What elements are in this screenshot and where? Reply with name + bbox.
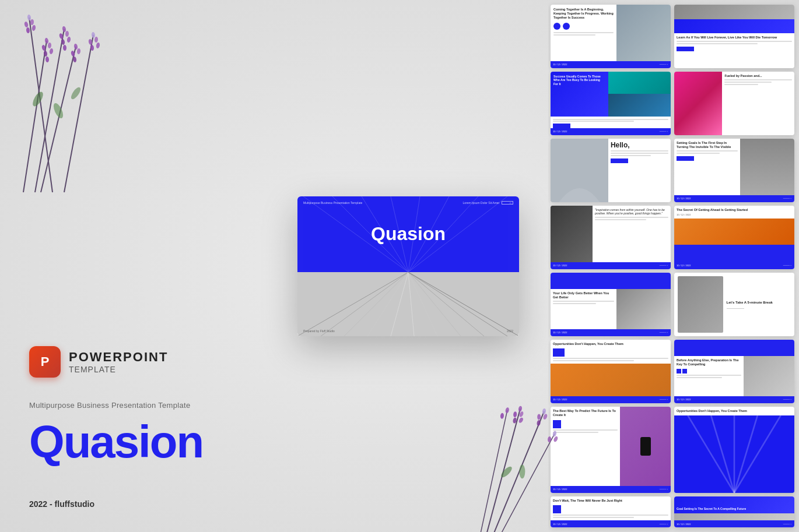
thumb-2-image	[674, 5, 794, 33]
right-panel: Coming Together Is A Beginning. Keeping …	[548, 0, 799, 532]
thumb-1-title: Coming Together Is A Beginning. Keeping …	[553, 8, 614, 20]
powerpoint-badge: P POWERPOINT TEMPLATE	[29, 346, 239, 378]
thumb-7-footer: 10 / 12 / 2022 ────→	[551, 262, 671, 269]
thumb-15-footer: 10 / 12 / 2022 ────→	[551, 520, 671, 527]
slide-thumb-11: Opportunities Don't Happen, You Create T…	[551, 340, 671, 403]
main-slide-bottom: Prepared by Fluff Studio 2022	[297, 272, 519, 336]
thumb-12-footer: 10 / 12 / 2022 ────→	[674, 396, 794, 403]
thumb-16-blue: Goal Setting Is The Secret To A Compelli…	[674, 496, 794, 513]
slide-thumb-2: Learn As If You Will Live Forever, Live …	[674, 5, 794, 68]
thumb-8-footer: 10 / 12 / 2022 ────→	[674, 262, 794, 269]
slide-thumb-12: Before Anything Else, Preparation Is The…	[674, 340, 794, 403]
slide-header-text: Multipurpose Business Presentation Templ…	[303, 201, 362, 205]
slide-thumb-8: The Secret Of Getting Ahead Is Getting S…	[674, 206, 794, 269]
powerpoint-icon: P	[29, 346, 61, 378]
thumb-7-person	[551, 206, 593, 262]
page-wrapper: P POWERPOINT TEMPLATE Multipurpose Busin…	[0, 0, 799, 532]
product-description: Multipurpose Business Presentation Templ…	[29, 401, 239, 410]
slide-arrow: →	[502, 201, 513, 205]
thumb-14-image	[674, 415, 794, 493]
main-slide: Multipurpose Business Presentation Templ…	[297, 196, 519, 336]
slide-thumb-10: Let's Take A 5-minute Break	[674, 273, 794, 336]
main-slide-blue-area: Multipurpose Business Presentation Templ…	[297, 196, 519, 272]
slide-thumb-16: Goal Setting Is The Secret To A Compelli…	[674, 496, 794, 527]
thumb-11-image	[551, 364, 671, 396]
thumb-10-title: Let's Take A 5-minute Break	[727, 300, 791, 305]
slide-thumb-4: Fueled by Passion and...	[674, 72, 794, 135]
thumb-10-image	[678, 276, 723, 333]
svg-rect-42	[297, 272, 519, 336]
slide-footer: Prepared by Fluff Studio 2022	[303, 329, 513, 333]
thumb-13-image	[620, 407, 671, 486]
thumb-5-title: Hello,	[611, 141, 668, 149]
slide-thumb-14: Opportunities Don't Happen, You Create T…	[674, 407, 794, 493]
thumb-6-footer: 10 / 12 / 2022 ────→	[674, 195, 794, 202]
thumb-1-image	[616, 5, 671, 61]
thumb-5-image	[551, 139, 608, 202]
slide-thumb-5: Hello, 10 / 12 / 2022 ────→	[551, 139, 671, 202]
thumb-6-image	[740, 139, 794, 195]
thumb-1-footer: 10 / 12 / 2022 ────→	[551, 61, 671, 68]
slide-thumb-13: The Best Way To Predict The Future Is To…	[551, 407, 671, 493]
slide-thumb-3: Success Usually Comes To Those Who Are T…	[551, 72, 671, 135]
left-panel: P POWERPOINT TEMPLATE Multipurpose Busin…	[0, 0, 268, 532]
thumb-12-image	[744, 356, 794, 396]
thumb-2-title: Learn As If You Will Live Forever, Live …	[677, 36, 792, 40]
powerpoint-subtitle: TEMPLATE	[69, 365, 168, 374]
thumb-16-footer: 10 / 12 / 2022 ────→	[674, 520, 794, 527]
thumb-9-footer: 10 / 12 / 2022 ────→	[551, 329, 671, 336]
arch-photo: Prepared by Fluff Studio 2022	[297, 272, 519, 336]
center-panel: Multipurpose Business Presentation Templ…	[268, 0, 548, 532]
slide-thumb-6: Setting Goals Is The First Step In Turni…	[674, 139, 794, 202]
main-slide-title: Quasion	[371, 223, 446, 245]
product-title: Quasion	[29, 419, 239, 464]
slide-thumb-1: Coming Together Is A Beginning. Keeping …	[551, 5, 671, 68]
powerpoint-label: POWERPOINT TEMPLATE	[69, 350, 168, 374]
slide-thumb-15: Don't Wait, The Time Will Never Be Just …	[551, 496, 671, 527]
thumb-8-image	[674, 219, 794, 262]
powerpoint-title: POWERPOINT	[69, 350, 168, 365]
thumb-4-person	[674, 72, 722, 135]
slide-thumb-9: Your Life Only Gets Better When You Get …	[551, 273, 671, 336]
thumb-3-footer: 10 / 12 / 2022 ────→	[551, 128, 671, 135]
thumb-13-footer: 10 / 12 / 2022 ────→	[551, 486, 671, 493]
slide-thumb-7: "Inspiration comes from within yourself.…	[551, 206, 671, 269]
slide-header-right: Lorem Ipsum Dolor Sit Amet →	[462, 201, 513, 205]
thumb-11-footer: 10 / 12 / 2022 ────→	[551, 396, 671, 403]
thumb-7-quote: "Inspiration comes from within yourself.…	[595, 208, 668, 216]
product-year: 2022 - fluffstudio	[29, 499, 239, 509]
thumb-9-image	[616, 289, 671, 329]
